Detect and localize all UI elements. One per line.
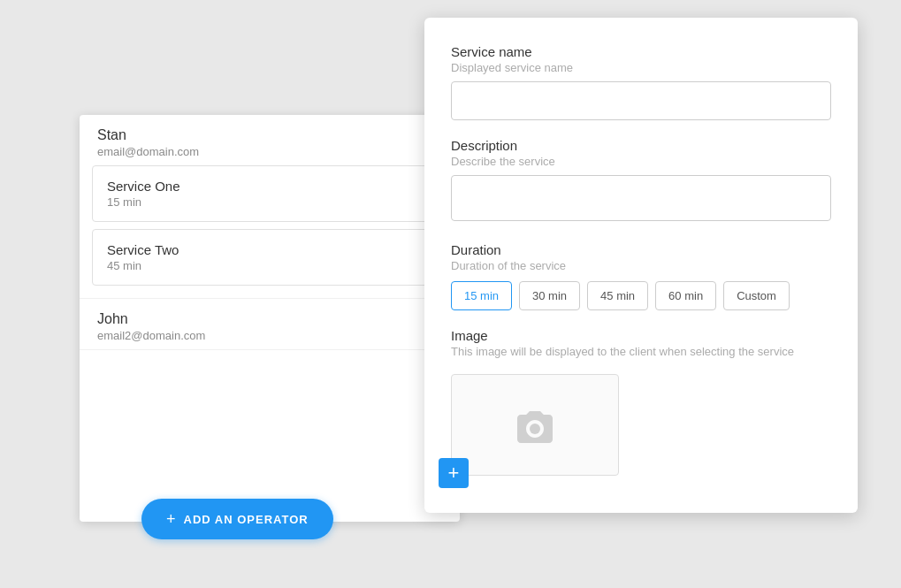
operator-header-john[interactable]: John email2@domain.com bbox=[80, 299, 460, 349]
duration-field-group: Duration Duration of the service 15 min … bbox=[451, 242, 831, 310]
image-hint: This image will be displayed to the clie… bbox=[451, 345, 831, 358]
description-label: Description bbox=[451, 138, 831, 153]
description-hint: Describe the service bbox=[451, 155, 831, 168]
list-item[interactable]: Service Two 45 min bbox=[92, 229, 447, 286]
stan-services: Service One 15 min Service Two 45 min bbox=[80, 165, 460, 298]
operator-section-stan: Stan email@domain.com Service One 15 min… bbox=[80, 115, 460, 299]
service-name-input[interactable] bbox=[451, 81, 831, 120]
svg-point-0 bbox=[530, 424, 540, 434]
duration-45min-button[interactable]: 45 min bbox=[587, 281, 648, 310]
john-name: John bbox=[97, 311, 442, 327]
service-duration: 15 min bbox=[107, 195, 432, 209]
description-field-group: Description Describe the service bbox=[451, 138, 831, 242]
duration-hint: Duration of the service bbox=[451, 259, 831, 272]
duration-60min-button[interactable]: 60 min bbox=[655, 281, 716, 310]
description-input[interactable] bbox=[451, 175, 831, 221]
image-field-group: Image This image will be displayed to th… bbox=[451, 328, 831, 476]
list-item[interactable]: Service One 15 min bbox=[92, 165, 447, 222]
stan-email: email@domain.com bbox=[97, 145, 442, 158]
service-name: Service One bbox=[107, 179, 432, 194]
service-name-label: Service name bbox=[451, 44, 831, 59]
image-label: Image bbox=[451, 328, 831, 343]
service-form-panel: Service name Displayed service name Desc… bbox=[424, 18, 858, 513]
duration-custom-button[interactable]: Custom bbox=[723, 281, 790, 310]
duration-label: Duration bbox=[451, 242, 831, 257]
duration-30min-button[interactable]: 30 min bbox=[519, 281, 580, 310]
duration-buttons-group: 15 min 30 min 45 min 60 min Custom bbox=[451, 281, 831, 310]
add-operator-button[interactable]: + ADD AN OPERATOR bbox=[141, 499, 333, 539]
operator-section-john: John email2@domain.com bbox=[80, 299, 460, 350]
john-email: email2@domain.com bbox=[97, 329, 442, 342]
add-operator-label: ADD AN OPERATOR bbox=[184, 513, 309, 526]
plus-icon: + bbox=[166, 511, 177, 527]
duration-15min-button[interactable]: 15 min bbox=[451, 281, 512, 310]
stan-name: Stan bbox=[97, 127, 442, 143]
service-name-field-group: Service name Displayed service name bbox=[451, 44, 831, 138]
service-name-hint: Displayed service name bbox=[451, 61, 831, 74]
operator-header-stan[interactable]: Stan email@domain.com bbox=[80, 115, 460, 165]
add-image-button[interactable]: + bbox=[439, 458, 469, 488]
service-name: Service Two bbox=[107, 242, 432, 257]
plus-icon: + bbox=[448, 463, 460, 483]
camera-icon bbox=[515, 408, 555, 443]
operators-panel: Stan email@domain.com Service One 15 min… bbox=[80, 115, 460, 522]
service-duration: 45 min bbox=[107, 259, 432, 272]
image-upload-area[interactable] bbox=[451, 374, 619, 476]
